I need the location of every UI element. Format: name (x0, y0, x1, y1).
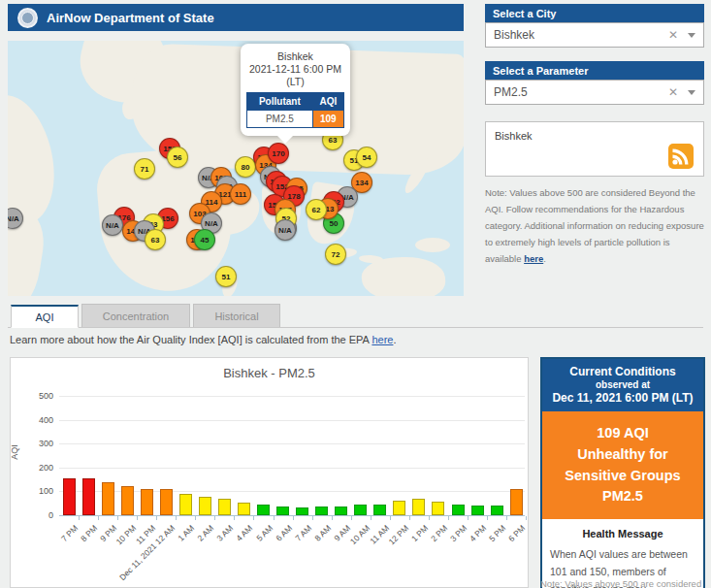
y-tick-label: 100 (24, 486, 53, 496)
parameter-select-label: Select a Parameter (485, 61, 704, 80)
note-text: Note: Values above 500 are considered Be… (485, 187, 704, 264)
aqi-marker[interactable]: N/A (102, 214, 123, 236)
chart-bar[interactable] (238, 503, 250, 515)
cc-footer-note: Note: Values above 500 are considered Be… (540, 578, 707, 588)
aqi-marker[interactable]: N/A (275, 219, 296, 241)
popup-pollutant-value: PM2.5 (247, 111, 313, 128)
chart-bar[interactable] (218, 499, 231, 515)
learn-more-link[interactable]: here (372, 334, 393, 345)
tab-concentration[interactable]: Concentration (81, 304, 190, 327)
x-tick (156, 516, 157, 520)
chart-bar[interactable] (257, 505, 270, 515)
city-select-value: Bishkek (494, 28, 668, 42)
x-tick (371, 516, 372, 520)
parameter-select-group: Select a Parameter PM2.5 ✕ (485, 61, 704, 105)
chart-bar[interactable] (471, 506, 484, 515)
gridline (59, 443, 525, 444)
current-conditions-panel: Current Conditions observed at Dec 11, 2… (540, 357, 705, 588)
aqi-marker[interactable]: 51 (215, 266, 237, 287)
chart-bar[interactable] (315, 506, 328, 515)
feed-city-label: Bishkek (495, 130, 533, 142)
gridline (59, 420, 525, 421)
airnow-page: AirNow Department of State N/A1595671N/A… (0, 0, 711, 588)
chart-bar[interactable] (432, 502, 444, 515)
aqi-marker[interactable]: N/A (8, 208, 23, 229)
aqi-marker[interactable]: 62 (306, 199, 327, 220)
tab-historical[interactable]: Historical (193, 304, 280, 327)
x-tick (117, 516, 118, 520)
x-tick (293, 516, 294, 520)
cc-header-observed: observed at (546, 379, 699, 390)
chevron-down-icon[interactable] (688, 33, 695, 38)
chart-bar[interactable] (179, 494, 192, 515)
x-tick (137, 516, 138, 520)
aqi-marker[interactable]: 54 (356, 147, 377, 168)
chart-bar[interactable] (412, 499, 425, 515)
gridline (59, 396, 525, 397)
current-aqi-category: Unhealthy for Sensitive Groups (547, 444, 698, 487)
popup-datetime: 2021-12-11 6:00 PM (246, 63, 344, 76)
chart-bar[interactable] (63, 478, 76, 515)
parameter-select[interactable]: PM2.5 ✕ (485, 80, 704, 105)
aqi-marker[interactable]: 170 (268, 143, 289, 164)
chart-bar[interactable] (160, 489, 173, 515)
x-tick (506, 516, 507, 520)
aqi-marker[interactable]: 56 (167, 147, 188, 168)
chart-bar[interactable] (141, 489, 153, 515)
x-tick (176, 516, 177, 520)
chart-bar[interactable] (82, 478, 95, 515)
chart-bar[interactable] (296, 507, 308, 515)
gridline (59, 468, 525, 469)
note-end: . (543, 253, 546, 264)
world-map[interactable]: N/A1595671N/A101N/A12111180114103176N/A1… (8, 41, 464, 296)
x-tick (526, 516, 527, 520)
x-tick (468, 516, 469, 520)
x-tick (332, 516, 333, 520)
x-tick (214, 516, 215, 520)
aqi-marker[interactable]: 111 (230, 183, 251, 205)
x-tick (253, 516, 254, 520)
chart-plot: 01002003004005007 PM8 PM9 PM10 PM11 PMDe… (11, 358, 528, 587)
cc-header-title: Current Conditions (546, 365, 699, 378)
city-select[interactable]: Bishkek ✕ (485, 22, 704, 48)
aqi-note: Note: Values above 500 are considered Be… (485, 184, 706, 267)
chart-bar[interactable] (491, 506, 503, 515)
x-tick (79, 516, 80, 520)
y-tick-label: 300 (24, 439, 53, 448)
chart-bar[interactable] (393, 501, 405, 515)
city-select-label: Select a City (485, 4, 704, 22)
aqi-marker[interactable]: 72 (325, 244, 346, 265)
chart-bar[interactable] (121, 486, 134, 515)
rss-feed-box: Bishkek (485, 121, 704, 177)
aqi-marker[interactable]: 71 (134, 158, 155, 180)
chart-bar[interactable] (335, 506, 347, 515)
map-popup: Bishkek 2021-12-11 6:00 PM (LT) Pollutan… (241, 44, 350, 136)
x-tick (195, 516, 196, 520)
city-select-group: Select a City Bishkek ✕ (485, 4, 704, 48)
chart-bar[interactable] (199, 497, 211, 515)
chart-bar[interactable] (510, 489, 523, 515)
popup-arrow (277, 136, 293, 144)
chart-bar[interactable] (373, 505, 386, 515)
popup-aqi-header: AQI (312, 93, 343, 111)
chart-bar[interactable] (354, 505, 367, 515)
chevron-down-icon[interactable] (688, 90, 695, 95)
chart-bar[interactable] (452, 505, 465, 515)
rss-icon[interactable] (668, 144, 694, 173)
current-aqi-block: 109 AQI Unhealthy for Sensitive Groups P… (542, 411, 703, 519)
tab-aqi[interactable]: AQI (11, 305, 79, 328)
app-header: AirNow Department of State (8, 4, 464, 31)
x-tick (429, 516, 430, 520)
x-tick (448, 516, 449, 520)
note-link[interactable]: here (524, 253, 543, 264)
clear-icon[interactable]: ✕ (668, 85, 678, 99)
x-tick (98, 516, 99, 520)
clear-icon[interactable]: ✕ (668, 28, 678, 42)
popup-aqi-value: 109 (312, 111, 343, 128)
chart-bar[interactable] (102, 482, 114, 515)
chart-bar[interactable] (276, 506, 289, 515)
learn-more-text: Learn more about how the Air Quality Ind… (10, 334, 372, 345)
popup-city: Bishkek (246, 50, 344, 63)
aqi-marker[interactable]: 63 (145, 229, 166, 250)
aqi-marker[interactable]: 45 (194, 229, 215, 250)
